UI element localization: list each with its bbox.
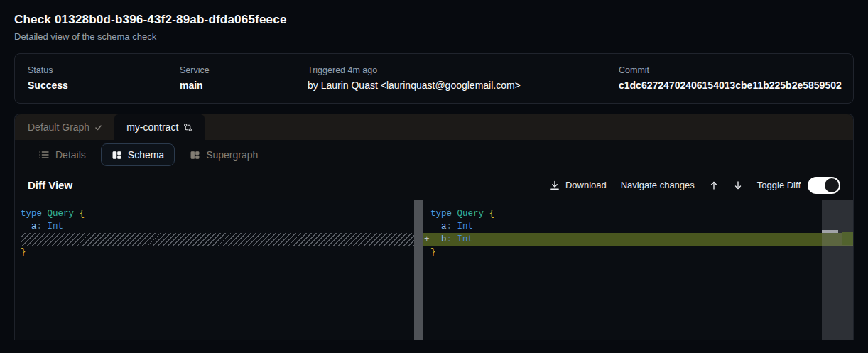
code-line: a: Int (423, 220, 853, 233)
panels-icon (112, 150, 122, 161)
service-value: main (180, 78, 308, 92)
toggle-diff-label: Toggle Diff (757, 180, 801, 190)
page-subtitle: Detailed view of the schema check (14, 31, 854, 42)
toggle-knob (825, 178, 839, 192)
check-meta-card: Status Success Service main Triggered 4m… (14, 53, 854, 104)
tab-schema[interactable]: Schema (101, 143, 175, 166)
toggle-diff-control: Toggle Diff (757, 177, 840, 194)
git-compare-icon (183, 123, 192, 132)
code-line: a: Int (15, 220, 414, 233)
meta-status: Status Success (28, 65, 180, 92)
tab-details-label: Details (55, 149, 86, 161)
diff-filler-line (21, 233, 414, 246)
meta-service: Service main (180, 65, 308, 92)
triggered-label: Triggered 4m ago (308, 65, 619, 77)
navigate-changes-button[interactable]: Navigate changes (621, 180, 695, 190)
minimap-slider-edge (822, 230, 838, 233)
tab-supergraph-label: Supergraph (206, 149, 258, 161)
code-line: } (15, 246, 414, 259)
view-tab-bar: Details Schema Supergraph (15, 140, 853, 170)
code-line: type Query { (423, 207, 853, 220)
added-line-gutter-plus: + (424, 233, 430, 246)
meta-triggered: Triggered 4m ago by Laurin Quast <laurin… (308, 65, 619, 92)
arrow-up-icon (709, 180, 719, 190)
commit-label: Commit (619, 65, 842, 77)
meta-commit: Commit c1dc62724702406154013cbe11b225b2e… (619, 65, 842, 92)
tab-default-graph-label: Default Graph (28, 121, 89, 133)
toggle-diff-switch[interactable] (808, 177, 840, 194)
minimap-added-marker (842, 232, 853, 245)
diff-view-title: Diff View (28, 179, 72, 191)
status-label: Status (28, 65, 180, 77)
panels-icon (190, 150, 200, 161)
download-label: Download (565, 180, 607, 190)
check-detail-panel: Default Graph my-contract Details (14, 114, 854, 340)
tab-my-contract[interactable]: my-contract (114, 114, 205, 140)
service-label: Service (180, 65, 308, 77)
download-button[interactable]: Download (550, 180, 607, 190)
minimap[interactable] (822, 200, 853, 340)
diff-toolbar: Diff View Download Navigate changes (15, 170, 853, 200)
commit-value: c1dc62724702406154013cbe11b225b2e5859502 (619, 78, 842, 92)
tab-supergraph[interactable]: Supergraph (179, 143, 268, 166)
navigate-changes-label: Navigate changes (621, 180, 695, 190)
tab-schema-label: Schema (128, 149, 164, 161)
arrow-down-icon (733, 180, 743, 190)
code-line: } (423, 246, 853, 259)
schema-diff-editor: type Query { a: Int} type Query { a: Int… (15, 200, 853, 340)
tab-my-contract-label: my-contract (126, 121, 178, 133)
chevron-down-icon (94, 124, 102, 131)
left-pane-scrollbar[interactable] (414, 200, 423, 340)
triggered-value: by Laurin Quast <laurinquast@googlemail.… (308, 78, 619, 92)
code-line-added: + b: Int (423, 233, 853, 246)
graph-tab-bar: Default Graph my-contract (15, 114, 853, 140)
diff-pane-after[interactable]: type Query { a: Int+ b: Int} (423, 200, 853, 340)
page-title: Check 01328b0d-b396-43f2-89ab-dfda065fee… (14, 13, 854, 27)
code-line: type Query { (15, 207, 414, 220)
download-icon (550, 180, 560, 190)
list-icon (38, 149, 50, 161)
tab-details[interactable]: Details (28, 143, 97, 166)
page-header: Check 01328b0d-b396-43f2-89ab-dfda065fee… (14, 0, 854, 42)
schema-check-page: Check 01328b0d-b396-43f2-89ab-dfda065fee… (0, 0, 868, 340)
diff-toolbar-actions: Download Navigate changes Toggle Diff (550, 177, 840, 194)
tab-default-graph[interactable]: Default Graph (15, 114, 114, 140)
diff-pane-before[interactable]: type Query { a: Int} (15, 200, 414, 340)
previous-change-button[interactable] (709, 180, 719, 190)
next-change-button[interactable] (733, 180, 743, 190)
status-value: Success (28, 78, 180, 92)
